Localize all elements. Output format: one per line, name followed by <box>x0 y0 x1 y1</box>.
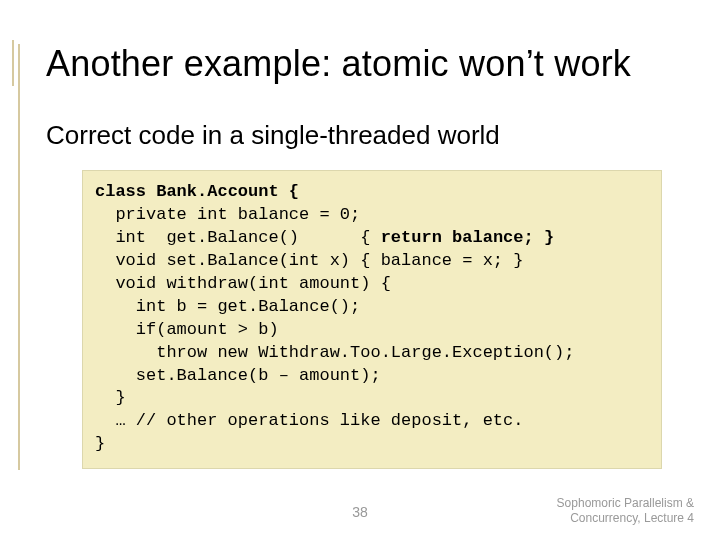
footer-line-1: Sophomoric Parallelism & <box>557 496 694 510</box>
code-line: private int balance = 0; <box>95 205 360 224</box>
code-block: class Bank.Account { private int balance… <box>82 170 662 469</box>
code-line: } <box>95 434 105 453</box>
code-line: int b = get.Balance(); <box>95 297 360 316</box>
slide: Another example: atomic won’t work Corre… <box>0 0 720 540</box>
code-line: void set.Balance(int x) { balance = x; } <box>95 251 523 270</box>
accent-lines <box>12 40 40 470</box>
class-name: Bank.Account { <box>146 182 299 201</box>
code-line: if(amount > b) <box>95 320 279 339</box>
code-line: … // other operations like deposit, etc. <box>95 411 523 430</box>
accent-line-short <box>12 40 14 86</box>
code-line: void withdraw(int amount) { <box>95 274 391 293</box>
code-line: int get.Balance() { <box>95 228 381 247</box>
footer-line-2: Concurrency, Lecture 4 <box>570 511 694 525</box>
kw-class: class <box>95 182 146 201</box>
kw-return: return <box>381 228 442 247</box>
slide-subtitle: Correct code in a single-threaded world <box>46 120 500 151</box>
code-line: throw new Withdraw.Too.Large.Exception()… <box>95 343 574 362</box>
footer: Sophomoric Parallelism & Concurrency, Le… <box>534 496 694 526</box>
slide-title: Another example: atomic won’t work <box>46 44 631 84</box>
code-bold: balance; } <box>442 228 554 247</box>
code-line: } <box>95 388 126 407</box>
code-line: set.Balance(b – amount); <box>95 366 381 385</box>
accent-line-long <box>18 44 20 470</box>
